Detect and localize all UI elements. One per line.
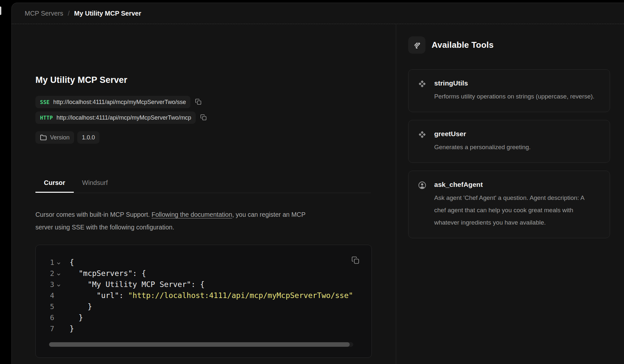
tools-header: Available Tools [408,36,624,54]
tool-card-greetuser[interactable]: greetUser Generates a personalized greet… [408,120,610,163]
tool-diamonds-icon [418,130,427,153]
copy-icon [351,256,360,266]
tool-description: Performs utility operations on strings (… [434,90,594,103]
server-detail-main: My Utility MCP Server SSE http://localho… [12,24,396,364]
version-label-badge: Version [35,131,74,144]
line-number: 2 [36,269,54,278]
code-line: 4 "url": "http://localhost:4111/api/mcp/… [36,290,371,301]
version-value: 1.0.0 [82,134,95,141]
tool-body: greetUser Generates a personalized greet… [434,129,531,153]
tool-name: ask_chefAgent [434,180,597,189]
code-line: 3 "My Utility MCP Server": { [36,279,371,290]
code-text: } [70,324,74,333]
tool-body: stringUtils Performs utility operations … [434,79,594,103]
code-text: "My Utility MCP Server": { [70,280,204,289]
available-tools-panel: Available Tools [396,24,624,364]
code-line: 6 } [36,312,371,323]
code-horizontal-scrollbar[interactable] [49,342,353,347]
scrollbar-thumb[interactable] [49,342,350,347]
http-endpoint-row: HTTP http://localhost:4111/api/mcp/myMcp… [35,111,396,124]
tools-icon [408,36,425,54]
code-line: 1 { [36,257,371,268]
code-line: 2 "mcpServers": { [36,268,371,279]
tool-description: Ask agent 'Chef Agent' a question. Agent… [434,192,597,229]
sse-endpoint-url: http://localhost:4111/api/mcp/myMcpServe… [53,99,186,106]
copy-http-url-button[interactable] [200,114,207,122]
tool-name: greetUser [434,129,531,138]
line-number: 1 [36,258,54,266]
page-title: My Utility MCP Server [35,75,396,85]
app-panel: MCP Servers / My Utility MCP Server My U… [11,3,624,364]
copy-code-button[interactable] [351,256,360,266]
sse-endpoint-pill: SSE http://localhost:4111/api/mcp/myMcpS… [35,96,190,108]
tab-windsurf[interactable]: Windsurf [74,173,116,193]
line-number: 5 [36,303,54,311]
tool-card-stringutils[interactable]: stringUtils Performs utility operations … [408,69,610,112]
documentation-link[interactable]: Following the documentation [151,211,232,218]
breadcrumb-parent-link[interactable]: MCP Servers [25,10,63,17]
code-line: 7 } [36,323,371,334]
fold-chevron-icon[interactable] [56,272,63,277]
agent-icon [418,181,427,229]
code-text: { [70,258,74,266]
tab-bar: Cursor Windsurf [35,173,371,193]
line-number: 6 [36,314,54,322]
code-key: "url": [70,291,128,300]
fold-chevron-icon[interactable] [56,261,63,266]
code-string-value: "http://localhost:4111/api/mcp/myMcpServ… [128,291,353,300]
code-text: } [70,302,92,311]
fold-chevron-icon[interactable] [56,283,63,288]
sse-endpoint-row: SSE http://localhost:4111/api/mcp/myMcpS… [35,96,396,108]
left-edge-indicator [0,6,1,15]
breadcrumb-separator: / [68,10,70,17]
tab-cursor[interactable]: Cursor [35,173,74,193]
copy-sse-url-button[interactable] [195,98,202,106]
config-code-block: 1 { 2 "mcpServers": { 3 "My [35,245,372,358]
code-text: } [70,313,83,322]
tool-name: stringUtils [434,79,594,88]
code-text: "mcpServers": { [70,269,146,278]
copy-icon [195,98,202,106]
sse-protocol-badge: SSE [40,99,50,105]
line-number: 3 [36,280,54,289]
version-value-badge: 1.0.0 [77,131,99,144]
copy-icon [200,114,207,122]
tool-body: ask_chefAgent Ask agent 'Chef Agent' a q… [434,180,597,229]
tool-diamonds-icon [418,79,427,103]
http-endpoint-pill: HTTP http://localhost:4111/api/mcp/myMcp… [35,111,196,124]
instructions-text: Cursor comes with built-in MCP Support. … [35,208,316,234]
version-label: Version [50,134,70,141]
version-row: Version 1.0.0 [35,131,396,144]
breadcrumb: MCP Servers / My Utility MCP Server [12,3,624,24]
line-number: 4 [36,292,54,300]
code-text: "url": "http://localhost:4111/api/mcp/my… [70,291,353,300]
code-lines: 1 { 2 "mcpServers": { 3 "My [36,257,371,334]
folder-icon [40,134,47,141]
line-number: 7 [36,325,54,333]
http-endpoint-url: http://localhost:4111/api/mcp/myMcpServe… [57,114,191,121]
http-protocol-badge: HTTP [40,115,53,121]
tool-cards: stringUtils Performs utility operations … [408,69,610,238]
breadcrumb-current: My Utility MCP Server [74,10,141,17]
left-edge-strip [0,0,11,364]
instructions-before-link: Cursor comes with built-in MCP Support. [35,211,151,218]
tool-card-ask-chefagent[interactable]: ask_chefAgent Ask agent 'Chef Agent' a q… [408,171,610,238]
code-line: 5 } [36,301,371,312]
tools-panel-title: Available Tools [432,40,494,50]
screen: MCP Servers / My Utility MCP Server My U… [0,0,624,364]
tool-description: Generates a personalized greeting. [434,141,531,153]
